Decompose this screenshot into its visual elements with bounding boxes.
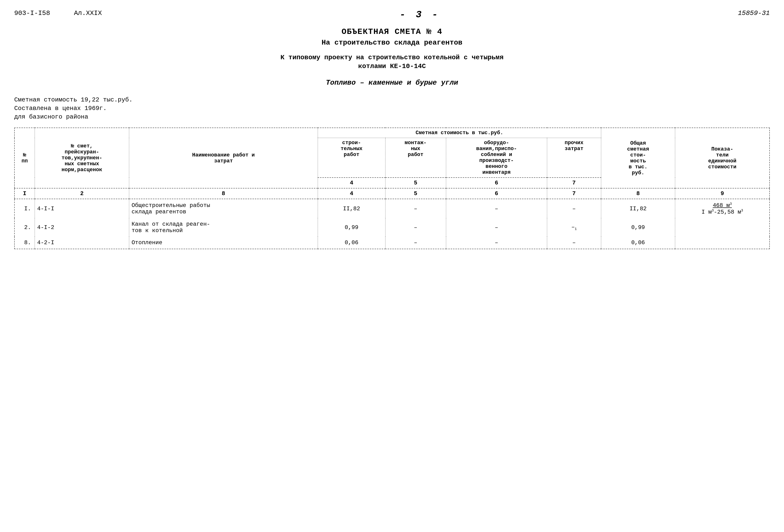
table-row: 2. 4-I-2 Канал от склада реаген-тов к ко… — [15, 218, 769, 236]
doc-title-main: ОБЪЕКТНАЯ СМЕТА № 4 — [14, 27, 770, 36]
row3-proch: – — [547, 236, 601, 249]
row1-montazh: – — [385, 199, 446, 218]
col-header-obshch: Общаясметнаястои-мостьв тыс.руб. — [601, 128, 675, 188]
region-line: для базисного района — [14, 113, 770, 120]
row1-smeta-ref: 4-I-I — [35, 199, 129, 218]
row2-num: 2. — [15, 218, 35, 236]
row3-pokaz — [675, 236, 769, 249]
row2-name: Канал от склада реаген-тов к котельной — [129, 218, 318, 236]
col-header-name: Наименование работ изатрат — [129, 128, 318, 188]
row3-montazh: – — [385, 236, 446, 249]
col-header-pokaz: Показа-телиединичнойстоимости — [675, 128, 769, 188]
col-header-smeta: № смет,прейскуран-тов,укрупнен-ных сметн… — [35, 128, 129, 188]
row1-obshch: II,82 — [601, 199, 675, 218]
row3-num: 8. — [15, 236, 35, 249]
row1-pokaz: 468 м3 I м3-25,58 м3 — [675, 199, 769, 218]
project-line1: К типовому проекту на строительство коте… — [14, 54, 770, 61]
header-right: 15859-31 — [738, 9, 770, 17]
col-header-stroit: строи-тельныхработ — [318, 138, 385, 178]
row3-oborud: – — [446, 236, 547, 249]
row2-proch: –1 — [547, 218, 601, 236]
idx-3: 8 — [129, 188, 318, 199]
idx-5: 5 — [385, 188, 446, 199]
main-table: №пп № смет,прейскуран-тов,укрупнен-ных с… — [14, 128, 770, 249]
row2-stroit: 0,99 — [318, 218, 385, 236]
idx-1: I — [15, 188, 35, 199]
col-header-oborud: оборудо-вания,приспо-соблений ипроизводс… — [446, 138, 547, 178]
title-section: ОБЪЕКТНАЯ СМЕТА № 4 На строительство скл… — [14, 27, 770, 87]
idx-9: 9 — [675, 188, 769, 199]
fuel-type: Топливо – каменные и бурые угли — [14, 79, 770, 87]
cost-line: Сметная стоимость 19,22 тыс.руб. — [14, 96, 770, 103]
col-header-proch: прочихзатрат — [547, 138, 601, 178]
row1-name: Общестроительные работысклада реагентов — [129, 199, 318, 218]
row3-name: Отопление — [129, 236, 318, 249]
table-row: 8. 4-2-I Отопление 0,06 – – – 0,06 — [15, 236, 769, 249]
project-line2: котлами КЕ-10-14С — [14, 63, 770, 70]
col-num-4: 7 — [547, 177, 601, 188]
idx-7: 7 — [547, 188, 601, 199]
idx-8: 8 — [601, 188, 675, 199]
col-header-smeta-cost: Сметная стоимость в тыс.руб. — [318, 128, 601, 138]
table-header-row1: №пп № смет,прейскуран-тов,укрупнен-ных с… — [15, 128, 769, 138]
idx-2: 2 — [35, 188, 129, 199]
row1-stroit: II,82 — [318, 199, 385, 218]
col-header-num: №пп — [15, 128, 35, 188]
row2-oborud: – — [446, 218, 547, 236]
header-left: 903-I-I58 Ал.XXIX — [14, 9, 102, 17]
idx-6: 6 — [446, 188, 547, 199]
table-index-row: I 2 8 4 5 6 7 8 9 — [15, 188, 769, 199]
row2-pokaz — [675, 218, 769, 236]
row2-obshch: 0,99 — [601, 218, 675, 236]
col-header-montazh: монтаж-ныхработ — [385, 138, 446, 178]
page-header: 903-I-I58 Ал.XXIX - 3 - 15859-31 — [14, 9, 770, 20]
idx-4: 4 — [318, 188, 385, 199]
row2-montazh: – — [385, 218, 446, 236]
col-num-3: 6 — [446, 177, 547, 188]
row1-num: I. — [15, 199, 35, 218]
table-row: I. 4-I-I Общестроительные работысклада р… — [15, 199, 769, 218]
col-num-1: 4 — [318, 177, 385, 188]
price-year-line: Составлена в ценах 1969г. — [14, 105, 770, 112]
doc-title-sub: На строительство склада реагентов — [14, 39, 770, 47]
row2-smeta-ref: 4-I-2 — [35, 218, 129, 236]
row3-stroit: 0,06 — [318, 236, 385, 249]
col-num-2: 5 — [385, 177, 446, 188]
main-table-wrapper: №пп № смет,прейскуран-тов,укрупнен-ных с… — [14, 128, 770, 249]
doc-number: 903-I-I58 — [14, 9, 50, 17]
row3-smeta-ref: 4-2-I — [35, 236, 129, 249]
meta-section: Сметная стоимость 19,22 тыс.руб. Составл… — [14, 96, 770, 120]
row1-oborud: – — [446, 199, 547, 218]
header-center: - 3 - — [400, 9, 440, 20]
row1-proch: – — [547, 199, 601, 218]
row3-obshch: 0,06 — [601, 236, 675, 249]
doc-series: Ал.XXIX — [74, 9, 102, 17]
